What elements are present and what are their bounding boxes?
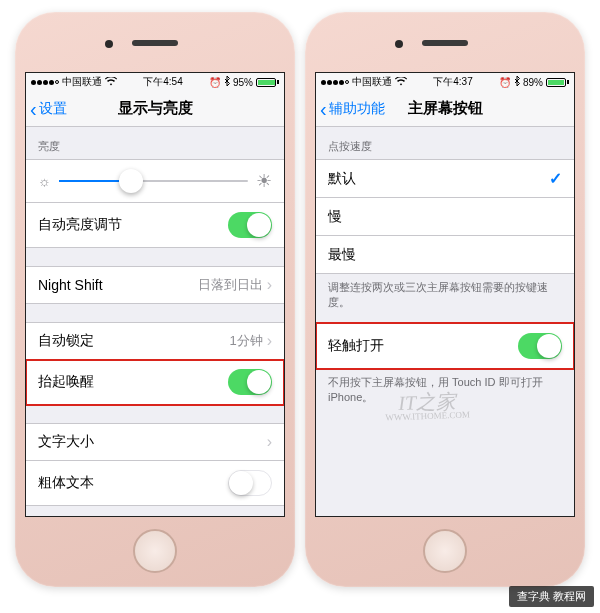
chevron-right-icon: › <box>267 433 272 451</box>
rest-finger-label: 轻触打开 <box>328 337 384 355</box>
speed-option-slow[interactable]: 慢 <box>316 198 574 236</box>
sun-small-icon: ☼ <box>38 173 51 189</box>
alarm-icon: ⏰ <box>499 77 511 88</box>
screen-home-button: 中国联通 下午4:37 ⏰ 89% ‹ <box>315 72 575 517</box>
clock: 下午4:54 <box>143 75 182 89</box>
source-badge: 查字典 教程网 <box>509 586 594 607</box>
wifi-icon <box>395 77 407 88</box>
back-button[interactable]: ‹ 辅助功能 <box>316 99 385 119</box>
bold-text-cell: 粗体文本 <box>26 461 284 506</box>
chevron-right-icon: › <box>267 332 272 350</box>
battery-icon <box>546 78 569 87</box>
clock: 下午4:37 <box>433 75 472 89</box>
rest-finger-toggle[interactable] <box>518 333 562 359</box>
night-shift-label: Night Shift <box>38 277 103 293</box>
battery-pct: 89% <box>523 77 543 88</box>
speed-option-slowest[interactable]: 最慢 <box>316 236 574 274</box>
night-shift-cell[interactable]: Night Shift 日落到日出› <box>26 266 284 304</box>
text-size-cell[interactable]: 文字大小 › <box>26 423 284 461</box>
raise-to-wake-toggle[interactable] <box>228 369 272 395</box>
bold-text-toggle[interactable] <box>228 470 272 496</box>
alarm-icon: ⏰ <box>209 77 221 88</box>
click-speed-footer: 调整连按两次或三次主屏幕按钮需要的按键速度。 <box>316 274 574 313</box>
carrier-label: 中国联通 <box>62 75 102 89</box>
brightness-slider[interactable] <box>59 180 248 182</box>
home-button[interactable] <box>133 529 177 573</box>
speed-option-label: 慢 <box>328 208 342 226</box>
phone-right: 中国联通 下午4:37 ⏰ 89% ‹ <box>305 12 585 587</box>
auto-lock-cell[interactable]: 自动锁定 1分钟› <box>26 322 284 360</box>
rest-finger-footer: 不用按下主屏幕按钮，用 Touch ID 即可打开 iPhone。 <box>316 369 574 408</box>
back-button[interactable]: ‹ 设置 <box>26 99 67 119</box>
bluetooth-icon <box>514 76 520 88</box>
brightness-slider-cell: ☼ ☀ <box>26 159 284 202</box>
speed-option-default[interactable]: 默认 ✓ <box>316 159 574 198</box>
auto-brightness-toggle[interactable] <box>228 212 272 238</box>
text-size-label: 文字大小 <box>38 433 94 451</box>
chevron-right-icon: › <box>267 276 272 294</box>
raise-to-wake-cell: 抬起唤醒 <box>26 360 284 405</box>
night-shift-value: 日落到日出 <box>198 276 263 294</box>
section-header-click-speed: 点按速度 <box>316 127 574 159</box>
section-header-brightness: 亮度 <box>26 127 284 159</box>
checkmark-icon: ✓ <box>549 169 562 188</box>
battery-pct: 95% <box>233 77 253 88</box>
chevron-left-icon: ‹ <box>30 99 37 119</box>
signal-icon <box>31 80 59 85</box>
section-header-zoom: 放大显示 <box>26 506 284 516</box>
screen-display-brightness: 中国联通 下午4:54 ⏰ 95% ‹ <box>25 72 285 517</box>
wifi-icon <box>105 77 117 88</box>
auto-brightness-cell: 自动亮度调节 <box>26 202 284 248</box>
sun-large-icon: ☀ <box>256 170 272 192</box>
navbar: ‹ 辅助功能 主屏幕按钮 <box>316 91 574 127</box>
bluetooth-icon <box>224 76 230 88</box>
phone-left: 中国联通 下午4:54 ⏰ 95% ‹ <box>15 12 295 587</box>
bold-text-label: 粗体文本 <box>38 474 94 492</box>
back-label: 设置 <box>39 100 67 118</box>
carrier-label: 中国联通 <box>352 75 392 89</box>
speed-option-label: 最慢 <box>328 246 356 264</box>
back-label: 辅助功能 <box>329 100 385 118</box>
auto-brightness-label: 自动亮度调节 <box>38 216 122 234</box>
status-bar: 中国联通 下午4:37 ⏰ 89% <box>316 73 574 91</box>
home-button[interactable] <box>423 529 467 573</box>
auto-lock-label: 自动锁定 <box>38 332 94 350</box>
speed-option-label: 默认 <box>328 170 356 188</box>
raise-to-wake-label: 抬起唤醒 <box>38 373 94 391</box>
signal-icon <box>321 80 349 85</box>
navbar: ‹ 设置 显示与亮度 <box>26 91 284 127</box>
battery-icon <box>256 78 279 87</box>
auto-lock-value: 1分钟 <box>229 332 262 350</box>
chevron-left-icon: ‹ <box>320 99 327 119</box>
rest-finger-cell: 轻触打开 <box>316 323 574 369</box>
status-bar: 中国联通 下午4:54 ⏰ 95% <box>26 73 284 91</box>
